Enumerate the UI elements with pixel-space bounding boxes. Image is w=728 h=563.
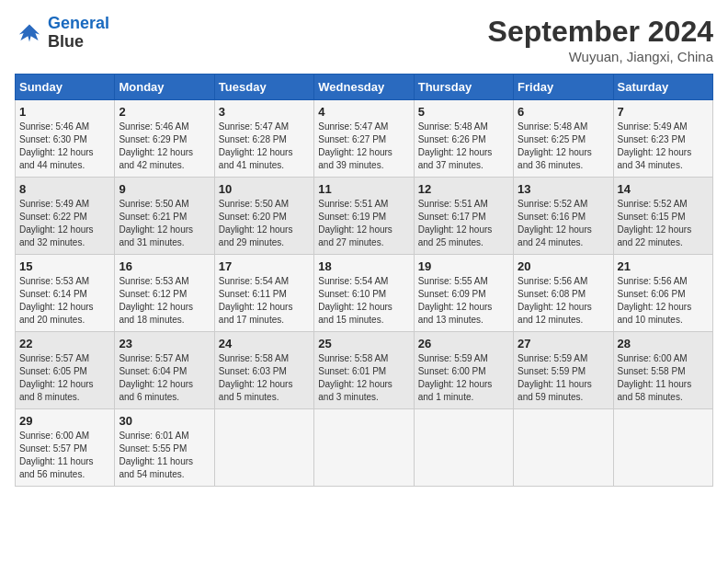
day-info: Sunrise: 5:47 AM Sunset: 6:28 PM Dayligh… [219,121,310,172]
weekday-header: Thursday [414,75,513,100]
calendar-cell: 19 Sunrise: 5:55 AM Sunset: 6:09 PM Dayl… [414,255,513,332]
day-info: Sunrise: 6:00 AM Sunset: 5:57 PM Dayligh… [19,430,110,481]
day-info: Sunrise: 5:48 AM Sunset: 6:26 PM Dayligh… [418,121,509,172]
calendar-table: SundayMondayTuesdayWednesdayThursdayFrid… [15,74,713,487]
calendar-cell: 6 Sunrise: 5:48 AM Sunset: 6:25 PM Dayli… [514,100,613,178]
day-number: 27 [518,337,609,350]
day-info: Sunrise: 5:58 AM Sunset: 6:03 PM Dayligh… [219,352,310,404]
calendar-cell: 1 Sunrise: 5:46 AM Sunset: 6:30 PM Dayli… [16,100,115,178]
day-number: 25 [318,337,409,350]
day-info: Sunrise: 5:50 AM Sunset: 6:21 PM Dayligh… [119,198,210,249]
day-number: 1 [19,105,110,119]
day-info: Sunrise: 5:46 AM Sunset: 6:30 PM Dayligh… [19,121,110,172]
day-info: Sunrise: 5:59 AM Sunset: 6:00 PM Dayligh… [418,352,509,404]
day-info: Sunrise: 5:54 AM Sunset: 6:10 PM Dayligh… [318,275,409,327]
svg-marker-0 [19,24,40,41]
calendar-cell: 17 Sunrise: 5:54 AM Sunset: 6:11 PM Dayl… [214,255,313,332]
day-info: Sunrise: 5:51 AM Sunset: 6:19 PM Dayligh… [318,198,409,249]
day-info: Sunrise: 5:52 AM Sunset: 6:15 PM Dayligh… [618,198,709,249]
weekday-header: Friday [514,75,613,100]
title-block: September 2024 Wuyuan, Jiangxi, China [488,15,713,64]
day-info: Sunrise: 5:54 AM Sunset: 6:11 PM Dayligh… [219,275,310,327]
logo: General Blue [15,15,109,52]
calendar-cell: 4 Sunrise: 5:47 AM Sunset: 6:27 PM Dayli… [314,100,414,178]
calendar-cell: 29 Sunrise: 6:00 AM Sunset: 5:57 PM Dayl… [16,409,115,487]
day-number: 23 [119,337,210,350]
location: Wuyuan, Jiangxi, China [488,49,713,64]
calendar-week-row: 22 Sunrise: 5:57 AM Sunset: 6:05 PM Dayl… [16,332,713,409]
calendar-cell: 26 Sunrise: 5:59 AM Sunset: 6:00 PM Dayl… [414,332,513,409]
day-number: 20 [518,259,609,273]
day-info: Sunrise: 5:57 AM Sunset: 6:04 PM Dayligh… [119,352,210,404]
day-info: Sunrise: 5:52 AM Sunset: 6:16 PM Dayligh… [518,198,609,249]
day-info: Sunrise: 5:46 AM Sunset: 6:29 PM Dayligh… [119,121,210,172]
weekday-header: Tuesday [214,75,313,100]
calendar-cell: 5 Sunrise: 5:48 AM Sunset: 6:26 PM Dayli… [414,100,513,178]
calendar-cell: 7 Sunrise: 5:49 AM Sunset: 6:23 PM Dayli… [613,100,712,178]
calendar-cell: 24 Sunrise: 5:58 AM Sunset: 6:03 PM Dayl… [214,332,313,409]
day-info: Sunrise: 5:48 AM Sunset: 6:25 PM Dayligh… [518,121,609,172]
day-number: 28 [618,337,709,350]
day-info: Sunrise: 5:47 AM Sunset: 6:27 PM Dayligh… [318,121,409,172]
month-title: September 2024 [488,15,713,49]
calendar-cell: 12 Sunrise: 5:51 AM Sunset: 6:17 PM Dayl… [414,178,513,255]
calendar-week-row: 1 Sunrise: 5:46 AM Sunset: 6:30 PM Dayli… [16,100,713,178]
logo-icon [15,18,44,48]
calendar-cell [314,409,414,487]
day-number: 11 [318,182,409,196]
day-number: 7 [618,105,709,119]
day-number: 2 [119,105,210,119]
day-number: 18 [318,259,409,273]
day-number: 19 [418,259,509,273]
day-number: 16 [119,259,210,273]
calendar-week-row: 8 Sunrise: 5:49 AM Sunset: 6:22 PM Dayli… [16,178,713,255]
day-info: Sunrise: 5:57 AM Sunset: 6:05 PM Dayligh… [19,352,110,404]
day-info: Sunrise: 5:49 AM Sunset: 6:22 PM Dayligh… [19,198,110,249]
day-number: 17 [219,259,310,273]
day-number: 3 [219,105,310,119]
calendar-cell: 23 Sunrise: 5:57 AM Sunset: 6:04 PM Dayl… [115,332,214,409]
day-info: Sunrise: 5:53 AM Sunset: 6:14 PM Dayligh… [19,275,110,327]
day-number: 8 [19,182,110,196]
calendar-cell: 11 Sunrise: 5:51 AM Sunset: 6:19 PM Dayl… [314,178,414,255]
calendar-cell [414,409,513,487]
weekday-header: Monday [115,75,214,100]
day-info: Sunrise: 5:56 AM Sunset: 6:06 PM Dayligh… [618,275,709,327]
calendar-cell: 25 Sunrise: 5:58 AM Sunset: 6:01 PM Dayl… [314,332,414,409]
day-info: Sunrise: 5:55 AM Sunset: 6:09 PM Dayligh… [418,275,509,327]
day-info: Sunrise: 5:58 AM Sunset: 6:01 PM Dayligh… [318,352,409,404]
calendar-cell [214,409,313,487]
calendar-cell: 28 Sunrise: 6:00 AM Sunset: 5:58 PM Dayl… [613,332,712,409]
calendar-cell: 3 Sunrise: 5:47 AM Sunset: 6:28 PM Dayli… [214,100,313,178]
calendar-cell: 16 Sunrise: 5:53 AM Sunset: 6:12 PM Dayl… [115,255,214,332]
day-number: 9 [119,182,210,196]
day-info: Sunrise: 5:49 AM Sunset: 6:23 PM Dayligh… [618,121,709,172]
day-number: 29 [19,414,110,428]
day-number: 30 [119,414,210,428]
calendar-cell: 20 Sunrise: 5:56 AM Sunset: 6:08 PM Dayl… [514,255,613,332]
day-info: Sunrise: 5:51 AM Sunset: 6:17 PM Dayligh… [418,198,509,249]
calendar-cell: 2 Sunrise: 5:46 AM Sunset: 6:29 PM Dayli… [115,100,214,178]
day-info: Sunrise: 6:01 AM Sunset: 5:55 PM Dayligh… [119,430,210,481]
logo-text: General Blue [48,15,109,52]
day-number: 26 [418,337,509,350]
calendar-cell [514,409,613,487]
day-number: 12 [418,182,509,196]
day-info: Sunrise: 6:00 AM Sunset: 5:58 PM Dayligh… [618,352,709,404]
calendar-cell: 30 Sunrise: 6:01 AM Sunset: 5:55 PM Dayl… [115,409,214,487]
calendar-cell: 8 Sunrise: 5:49 AM Sunset: 6:22 PM Dayli… [16,178,115,255]
day-number: 15 [19,259,110,273]
calendar-cell [613,409,712,487]
day-info: Sunrise: 5:53 AM Sunset: 6:12 PM Dayligh… [119,275,210,327]
day-number: 6 [518,105,609,119]
day-number: 5 [418,105,509,119]
weekday-header: Saturday [613,75,712,100]
day-number: 24 [219,337,310,350]
calendar-cell: 18 Sunrise: 5:54 AM Sunset: 6:10 PM Dayl… [314,255,414,332]
day-info: Sunrise: 5:56 AM Sunset: 6:08 PM Dayligh… [518,275,609,327]
calendar-cell: 9 Sunrise: 5:50 AM Sunset: 6:21 PM Dayli… [115,178,214,255]
calendar-week-row: 15 Sunrise: 5:53 AM Sunset: 6:14 PM Dayl… [16,255,713,332]
calendar-cell: 21 Sunrise: 5:56 AM Sunset: 6:06 PM Dayl… [613,255,712,332]
day-number: 4 [318,105,409,119]
calendar-cell: 14 Sunrise: 5:52 AM Sunset: 6:15 PM Dayl… [613,178,712,255]
